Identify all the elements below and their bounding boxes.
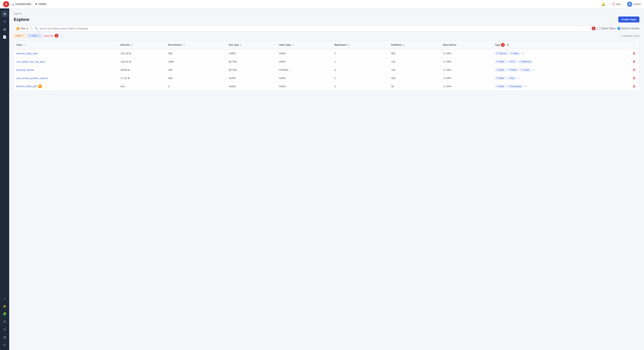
filter-funnel-icon: 🔽 [16,27,19,30]
th-records-per-sec[interactable]: Records/sec ⇅ [166,41,226,49]
th-key-type[interactable]: Key Type ⇅ [226,41,277,49]
tag-badge: Twitter [507,68,518,72]
cell-replication-0: 2 [332,49,389,58]
cell-rps-2: 335 [166,66,226,74]
top-navigation: O 📊 DASHBOARD ⚙ ADMIN 🔔 ❓ Help A Admin [0,0,644,9]
cell-rps-4: 0 [166,82,226,91]
cell-datasource-0: ⚙ kafka [440,49,492,58]
cell-datasource-2: ⚙ kafka [440,66,492,74]
delete-row-button-4[interactable]: 🗑 [632,84,637,88]
cell-keytype-4: AVRO [226,82,277,91]
topic-link-1[interactable]: nyc_yellow_taxi_trip_data [16,60,45,63]
cell-rps-1: 1849 [166,58,226,66]
th-partitions[interactable]: Partitions ⇅ [389,41,440,49]
cell-topic-3: sea_vessel_position_reports [14,74,118,82]
search-in-schema-checkbox[interactable] [618,27,620,30]
sidebar-item-charts[interactable]: ▦ [1,26,8,33]
cell-valuetype-4: AVRO [276,82,332,91]
sidebar-item-database[interactable]: ☰ [1,18,8,25]
user-menu[interactable]: A Admin [627,2,641,7]
cell-tags-4: KafkaSmsActivity+2🗑 [492,82,639,90]
th-records[interactable]: Records ⇅ [118,41,166,49]
delete-row-button-1[interactable]: 🗑 [632,60,637,64]
topic-link-2[interactable]: financial_tweets [16,69,34,71]
topic-link-3[interactable]: sea_vessel_position_reports [16,77,48,80]
table-row: nyc_yellow_taxi_trip_data116.02 M1849BYT… [14,58,639,66]
table-row: financial_tweets39.96 M335BYTESSTRING315… [14,66,639,74]
help-circle-icon: ❓ [612,3,615,6]
th-tags: Tags 3 ⚙ [492,41,639,49]
sidebar-item-files[interactable]: 📄 [1,33,8,40]
nav-dashboard[interactable]: 📊 DASHBOARD [12,3,31,6]
cell-partitions-2: 150 [389,66,440,74]
app-logo[interactable]: O [3,1,9,7]
th-topic[interactable]: Topic ⇅ [14,41,118,49]
clear-all-button[interactable]: Clear All [44,34,53,37]
cell-keytype-0: AVRO [226,49,277,58]
active-filters-bar: kafka ✕ 🏷 Kafka ✕ Clear All 1 5 datasets… [14,34,640,38]
clear-all-badge: 1 [54,34,58,38]
sidebar-item-layers[interactable]: ⊞ [1,10,8,17]
admin-gear-icon: ⚙ [35,3,37,6]
column-settings-button[interactable]: ⚙ [506,43,510,47]
delete-row-button-0[interactable]: 🗑 [632,51,637,56]
nav-admin[interactable]: ⚙ ADMIN [35,3,46,6]
cell-topic-4: telecom_italia_gridC [14,82,118,91]
topic-link-0[interactable]: telecom_italia_data [16,52,38,55]
cell-keytype-3: AVRO [226,74,277,82]
remove-Kafka-tag-filter[interactable]: ✕ [39,35,40,37]
sort-topic-icon: ⇅ [23,44,25,46]
table-header-row: Topic ⇅ Records ⇅ Records/sec ⇅ Key Type… [14,41,639,49]
tag-more: +2 [521,52,524,55]
cell-topic-0: telecom_italia_data [14,49,118,58]
tag-badge: Crypto [520,68,531,72]
cell-datasource-4: ⚙ kafka [440,82,492,91]
tag-badge: Kafka [495,60,506,63]
cell-partitions-1: 150 [389,58,440,66]
sort-records-icon: ⇅ [131,44,132,46]
filter-bar: 🔽 Filter ▾ 🔍 2 System Topics Search in s… [14,26,640,31]
tag-badge: Kafka [509,52,520,55]
tag-badge: Kafka [495,76,506,80]
system-topics-checkbox[interactable] [598,27,600,30]
filter-button[interactable]: 🔽 Filter ▾ [14,26,31,31]
cell-valuetype-2: STRING [276,66,332,74]
sort-replication-icon: ⇅ [348,44,350,46]
cell-tags-1: KafkaNYCTaxiAssoc🗑 [492,58,639,66]
cell-replication-4: 2 [332,82,389,91]
topic-link-4[interactable]: telecom_italia_grid [16,85,37,88]
filter-tag-Kafka: 🏷 Kafka ✕ [27,34,42,38]
delete-row-button-2[interactable]: 🗑 [632,68,637,72]
cell-valuetype-1: AVRO [276,58,332,66]
cell-records-2: 39.96 M [118,66,166,74]
kafka-icon: ⚙ [443,85,445,88]
cell-datasource-3: ⚙ kafka [440,74,492,82]
search-box: 🔍 [32,26,590,31]
page-title: Explore [14,17,29,22]
remove-kafka-filter[interactable]: ✕ [22,34,24,37]
search-input[interactable] [40,27,588,30]
cell-records-3: 17.31 M [118,74,166,82]
cell-valuetype-0: AVRO [276,49,332,58]
cell-replication-2: 3 [332,66,389,74]
cell-partitions-0: 600 [389,49,440,58]
filter-options: 2 System Topics Search in schema [592,27,640,30]
column-settings-badge: 3 [501,43,505,47]
delete-row-button-3[interactable]: 🗑 [632,76,637,80]
tag-badge: Kafka [495,85,506,88]
notification-bell-icon[interactable]: 🔔 [602,2,605,6]
system-topics-checkbox-label[interactable]: System Topics [598,27,616,30]
filter-badge: 2 [592,27,596,30]
cell-rps-0: 549 [166,49,226,58]
th-value-type[interactable]: Value Type ⇅ [276,41,332,49]
search-in-schema-checkbox-label[interactable]: Search in schema [618,27,640,30]
cell-topic-1: nyc_yellow_taxi_trip_data [14,58,118,66]
th-replication[interactable]: Replication ⇅ [332,41,389,49]
create-topic-button[interactable]: Create Topic [618,17,640,23]
page-header: Explore Create Topic [14,17,640,23]
sort-valuetype-icon: ⇅ [292,44,294,46]
avatar: A [627,2,632,7]
main-content: Explore Explore Create Topic 🔽 Filter ▾ … [9,9,644,94]
help-link[interactable]: ❓ Help [612,3,621,6]
filter-chevron-icon: ▾ [27,27,28,30]
